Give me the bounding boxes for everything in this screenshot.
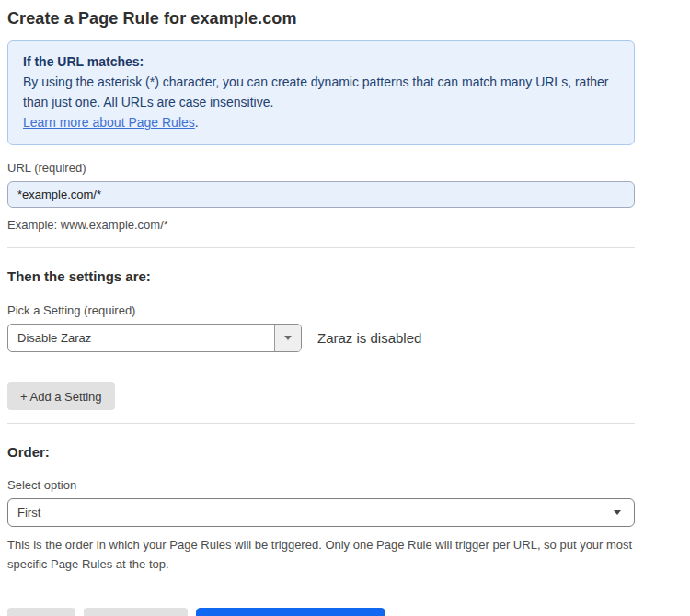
link-period: . — [195, 115, 199, 130]
divider — [7, 587, 635, 587]
info-box-heading: If the URL matches: — [23, 51, 619, 72]
url-match-info-box: If the URL matches: By using the asteris… — [7, 40, 635, 145]
divider — [7, 247, 635, 248]
setting-select[interactable]: Disable Zaraz — [7, 324, 302, 352]
order-select-label: Select option — [7, 478, 635, 492]
info-box-link-line: Learn more about Page Rules. — [23, 112, 619, 132]
info-box-body: By using the asterisk (*) character, you… — [23, 72, 619, 112]
setting-select-arrow-button[interactable] — [274, 325, 301, 351]
divider — [7, 423, 635, 424]
url-example-hint: Example: www.example.com/* — [7, 215, 635, 234]
cancel-button[interactable]: Cancel — [7, 608, 75, 616]
settings-section-heading: Then the settings are: — [7, 268, 635, 284]
page-title: Create a Page Rule for example.com — [7, 9, 635, 29]
order-section-heading: Order: — [7, 444, 635, 460]
order-help-text: This is the order in which your Page Rul… — [7, 535, 635, 574]
save-deploy-button[interactable]: Save and Deploy Page Rule — [196, 608, 385, 616]
url-label: URL (required) — [7, 161, 635, 175]
order-select[interactable]: First — [7, 498, 635, 527]
setting-status-text: Zaraz is disabled — [317, 330, 421, 346]
order-select-value: First — [8, 506, 40, 519]
action-buttons-row: Cancel Save as Draft Save and Deploy Pag… — [7, 608, 635, 616]
setting-row: Disable Zaraz Zaraz is disabled — [7, 324, 635, 352]
chevron-down-icon — [284, 336, 292, 340]
add-setting-button[interactable]: + Add a Setting — [7, 382, 115, 410]
learn-more-link[interactable]: Learn more about Page Rules — [23, 115, 195, 130]
pick-setting-label: Pick a Setting (required) — [7, 303, 635, 317]
setting-select-value: Disable Zaraz — [8, 331, 91, 345]
save-draft-button[interactable]: Save as Draft — [84, 608, 188, 616]
url-input[interactable] — [7, 181, 635, 208]
page-rule-form: Create a Page Rule for example.com If th… — [7, 0, 635, 616]
chevron-down-icon — [614, 510, 621, 515]
